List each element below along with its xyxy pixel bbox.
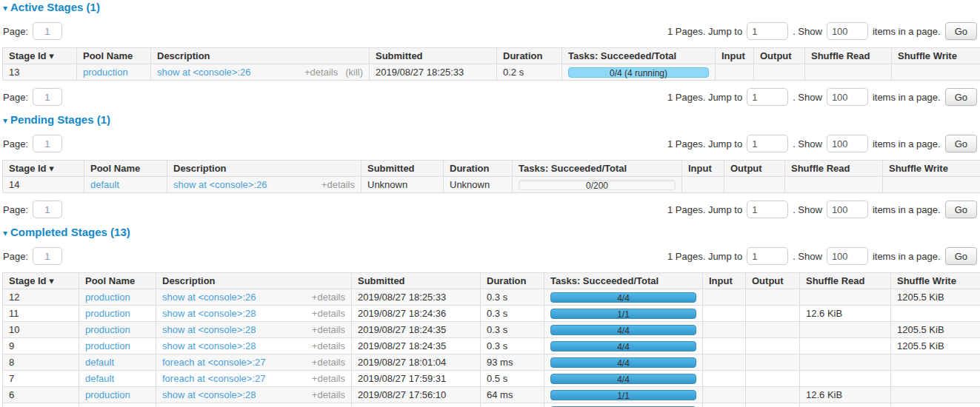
pool-name-link[interactable]: production xyxy=(85,308,130,319)
output-cell xyxy=(746,371,800,387)
col-header-pool-name[interactable]: Pool Name xyxy=(77,48,151,64)
page-size-input[interactable] xyxy=(827,88,868,106)
col-header-stage-id[interactable]: Stage Id ▾ xyxy=(3,48,77,64)
col-header-submitted[interactable]: Submitted xyxy=(370,48,497,64)
pages-count-text: 1 Pages. Jump to xyxy=(667,138,742,149)
col-header-duration[interactable]: Duration xyxy=(444,161,513,177)
details-toggle[interactable]: +details xyxy=(304,67,338,78)
col-header-tasks[interactable]: Tasks: Succeeded/Total xyxy=(513,161,682,177)
col-header-shuffle-read[interactable]: Shuffle Read xyxy=(785,161,883,177)
page-number-input[interactable] xyxy=(33,135,62,152)
page-number-input[interactable] xyxy=(33,22,62,40)
pool-name-link[interactable]: production xyxy=(85,340,130,352)
page-size-input[interactable] xyxy=(827,135,868,152)
col-header-input[interactable]: Input xyxy=(682,161,724,177)
go-button[interactable]: Go xyxy=(945,88,977,106)
col-header-submitted[interactable]: Submitted xyxy=(361,161,444,177)
col-header-input[interactable]: Input xyxy=(703,273,746,289)
shuffle-write-cell: 1205.5 KiB xyxy=(891,338,980,354)
page-number-input[interactable] xyxy=(33,88,62,106)
details-toggle[interactable]: +details xyxy=(321,179,355,190)
details-toggle[interactable]: +details xyxy=(312,308,345,319)
col-header-description[interactable]: Description xyxy=(156,273,352,289)
pool-name-link[interactable]: production xyxy=(83,67,128,78)
kill-link[interactable]: (kill) xyxy=(345,67,363,78)
input-cell xyxy=(703,403,746,407)
details-toggle[interactable]: +details xyxy=(312,357,345,368)
go-button[interactable]: Go xyxy=(945,22,977,40)
pool-name-link[interactable]: default xyxy=(90,179,119,190)
page-number-input[interactable] xyxy=(33,247,62,265)
col-header-shuffle-read[interactable]: Shuffle Read xyxy=(800,273,891,289)
col-header-shuffle-write[interactable]: Shuffle Write xyxy=(891,273,980,289)
col-header-duration[interactable]: Duration xyxy=(497,48,562,64)
jump-to-input[interactable] xyxy=(747,22,788,40)
description-link[interactable]: show at <console>:28 xyxy=(162,324,256,335)
completed-stages-heading[interactable]: ▾Completed Stages (13) xyxy=(3,226,978,240)
col-header-output[interactable]: Output xyxy=(746,273,800,289)
description-link[interactable]: show at <console>:26 xyxy=(173,179,267,190)
description-link[interactable]: show at <console>:26 xyxy=(157,67,250,78)
col-header-shuffle-write[interactable]: Shuffle Write xyxy=(892,48,980,64)
jump-to-input[interactable] xyxy=(747,135,788,152)
details-toggle[interactable]: +details xyxy=(312,389,345,400)
submitted-cell: 2019/08/27 17:56:10 xyxy=(352,387,481,403)
page-size-input[interactable] xyxy=(827,22,868,40)
shuffle-write-cell xyxy=(891,371,980,387)
jump-to-input[interactable] xyxy=(747,201,788,218)
details-toggle[interactable]: +details xyxy=(312,373,345,384)
details-toggle[interactable]: +details xyxy=(312,292,345,303)
stage-id-cell: 13 xyxy=(3,64,77,81)
duration-cell: Unknown xyxy=(444,177,513,193)
page-size-input[interactable] xyxy=(827,247,868,265)
go-button[interactable]: Go xyxy=(945,201,977,218)
pending-stages-heading[interactable]: ▾Pending Stages (1) xyxy=(3,113,978,127)
description-link[interactable]: show at <console>:28 xyxy=(162,308,256,319)
items-text: items in a page. xyxy=(873,92,941,103)
go-button[interactable]: Go xyxy=(945,247,977,265)
shuffle-read-cell xyxy=(805,64,892,81)
col-header-output[interactable]: Output xyxy=(724,161,785,177)
col-header-stage-id[interactable]: Stage Id ▾ xyxy=(3,273,79,289)
input-cell xyxy=(703,322,746,338)
description-link[interactable]: show at <console>:28 xyxy=(162,340,256,352)
col-header-tasks[interactable]: Tasks: Succeeded/Total xyxy=(544,273,703,289)
description-link[interactable]: show at <console>:26 xyxy=(162,292,256,303)
details-toggle[interactable]: +details xyxy=(312,340,345,352)
duration-cell: 0.3 s xyxy=(481,306,544,322)
jump-to-input[interactable] xyxy=(747,247,788,265)
pool-name-link[interactable]: default xyxy=(85,357,114,368)
pool-name-link[interactable]: production xyxy=(85,324,130,335)
details-toggle[interactable]: +details xyxy=(312,324,345,335)
description-link[interactable]: foreach at <console>:27 xyxy=(162,357,266,368)
col-header-submitted[interactable]: Submitted xyxy=(352,273,481,289)
page-label: Page: xyxy=(3,26,28,37)
pool-name-link[interactable]: production xyxy=(85,292,130,303)
col-header-shuffle-write[interactable]: Shuffle Write xyxy=(883,161,980,177)
page-size-input[interactable] xyxy=(827,201,868,218)
description-link[interactable]: show at <console>:28 xyxy=(162,389,256,400)
col-header-pool-name[interactable]: Pool Name xyxy=(79,273,156,289)
col-header-shuffle-read[interactable]: Shuffle Read xyxy=(805,48,892,64)
col-header-output[interactable]: Output xyxy=(754,48,805,64)
tasks-progress-bar: 4/4 xyxy=(550,341,696,352)
col-header-description[interactable]: Description xyxy=(167,161,361,177)
col-header-stage-id[interactable]: Stage Id ▾ xyxy=(3,161,84,177)
col-header-tasks[interactable]: Tasks: Succeeded/Total xyxy=(562,48,716,64)
pool-name-link[interactable]: default xyxy=(85,373,114,384)
table-row: 12 production +detailsshow at <console>:… xyxy=(3,289,980,306)
col-header-duration[interactable]: Duration xyxy=(481,273,544,289)
items-text: items in a page. xyxy=(873,26,941,37)
jump-to-input[interactable] xyxy=(747,88,788,106)
description-link[interactable]: foreach at <console>:27 xyxy=(162,373,266,384)
page-number-input[interactable] xyxy=(33,201,62,218)
section-title-text: Pending Stages (1) xyxy=(10,113,110,126)
output-cell xyxy=(724,177,785,193)
items-text: items in a page. xyxy=(873,251,941,262)
active-stages-heading[interactable]: ▾Active Stages (1) xyxy=(3,1,978,15)
col-header-input[interactable]: Input xyxy=(716,48,754,64)
col-header-description[interactable]: Description xyxy=(151,48,370,64)
col-header-pool-name[interactable]: Pool Name xyxy=(84,161,167,177)
go-button[interactable]: Go xyxy=(945,135,977,152)
pool-name-link[interactable]: production xyxy=(85,389,130,400)
